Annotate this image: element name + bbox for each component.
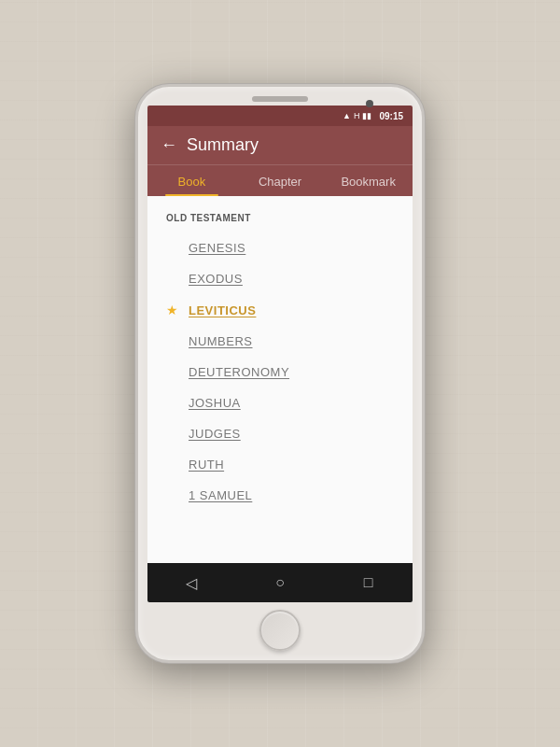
book-name: JOSHUA <box>189 396 241 410</box>
list-item[interactable]: 1 SAMUEL <box>147 480 413 511</box>
list-item[interactable]: ★LEVITICUS <box>147 294 413 326</box>
book-name: GENESIS <box>189 241 245 255</box>
nav-bar: ◁ ○ □ <box>147 563 413 602</box>
camera-dot <box>366 100 373 107</box>
book-name: JUDGES <box>189 427 241 441</box>
wifi-icon: ▲ <box>343 111 351 120</box>
speaker-grill <box>252 96 308 102</box>
status-time: 09:15 <box>379 111 403 121</box>
home-button[interactable] <box>259 610 301 651</box>
book-list-area: OLD TESTAMENT GENESISEXODUS★LEVITICUSNUM… <box>147 196 413 563</box>
battery-icon: ▮▮ <box>362 111 371 120</box>
section-header: OLD TESTAMENT <box>147 209 413 233</box>
phone-device: ▲ H ▮▮ 09:15 ← Summary Book Chapter Book… <box>135 84 425 663</box>
nav-recent-button[interactable]: □ <box>354 571 384 594</box>
page-title: Summary <box>187 135 259 155</box>
signal-icon: H <box>354 111 360 120</box>
phone-bottom <box>259 602 301 660</box>
star-icon: ★ <box>166 303 181 317</box>
phone-screen: ▲ H ▮▮ 09:15 ← Summary Book Chapter Book… <box>147 106 413 602</box>
list-item[interactable]: GENESIS <box>147 233 413 263</box>
list-item[interactable]: DEUTERONOMY <box>147 357 413 388</box>
tabs-bar: Book Chapter Bookmark <box>147 164 413 196</box>
nav-back-button[interactable]: ◁ <box>176 571 206 594</box>
nav-home-button[interactable]: ○ <box>265 571 295 594</box>
tab-bookmark[interactable]: Bookmark <box>324 165 413 196</box>
tab-chapter[interactable]: Chapter <box>236 165 325 196</box>
book-name: EXODUS <box>189 272 243 286</box>
app-header: ← Summary <box>147 126 413 164</box>
list-item[interactable]: JUDGES <box>147 418 413 449</box>
book-name: NUMBERS <box>189 334 253 348</box>
list-item[interactable]: RUTH <box>147 449 413 480</box>
status-icons: ▲ H ▮▮ <box>343 111 371 120</box>
list-item[interactable]: NUMBERS <box>147 326 413 357</box>
back-button[interactable]: ← <box>161 135 177 155</box>
book-list: GENESISEXODUS★LEVITICUSNUMBERSDEUTERONOM… <box>147 233 413 511</box>
book-name: RUTH <box>189 458 224 472</box>
book-name: DEUTERONOMY <box>189 365 289 379</box>
list-item[interactable]: EXODUS <box>147 263 413 294</box>
status-bar: ▲ H ▮▮ 09:15 <box>147 106 413 126</box>
list-item[interactable]: JOSHUA <box>147 388 413 418</box>
tab-book[interactable]: Book <box>147 165 236 196</box>
book-name: LEVITICUS <box>189 303 256 317</box>
phone-top-bar <box>138 87 422 102</box>
book-name: 1 SAMUEL <box>189 488 252 502</box>
